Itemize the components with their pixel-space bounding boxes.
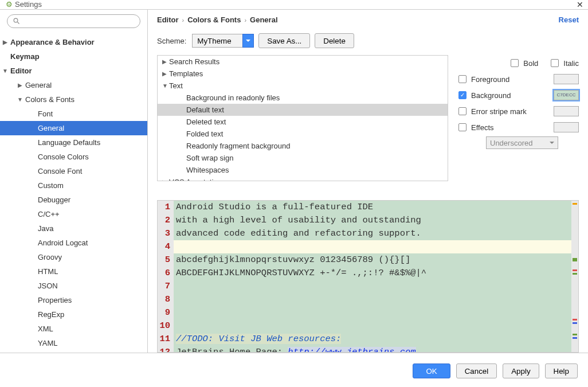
- nav-item-properties[interactable]: Properties: [0, 293, 147, 307]
- error-stripe-label: Error stripe mark: [471, 107, 554, 116]
- chevron-right-icon: ›: [244, 17, 246, 24]
- nav-item-label: Keymap: [10, 52, 40, 61]
- attr-folded-text[interactable]: Folded text: [158, 128, 448, 140]
- window-titlebar: ⚙ Settings ✕: [0, 0, 588, 8]
- save-as-button[interactable]: Save As...: [258, 33, 310, 48]
- settings-icon: ⚙: [6, 0, 13, 9]
- nav-item-language-defaults[interactable]: Language Defaults: [0, 135, 147, 150]
- attr-label: Background in readonly files: [186, 93, 280, 102]
- nav-item-regexp[interactable]: RegExp: [0, 307, 147, 322]
- help-button[interactable]: Help: [545, 363, 578, 378]
- foreground-label: Foreground: [471, 75, 554, 84]
- search-input[interactable]: [7, 14, 140, 28]
- breadcrumb: Editor › Colors & Fonts › General Reset: [148, 10, 588, 30]
- code-line: advanced code editing and refactoring su…: [174, 227, 571, 240]
- nav-item-xml[interactable]: XML: [0, 322, 147, 336]
- background-checkbox[interactable]: [458, 91, 467, 99]
- attr-default-text[interactable]: Default text: [158, 104, 448, 116]
- error-stripe-swatch[interactable]: [554, 106, 579, 116]
- cancel-button[interactable]: Cancel: [456, 363, 497, 378]
- breadcrumb-colors-fonts[interactable]: Colors & Fonts: [187, 15, 241, 24]
- line-number: 5: [158, 253, 170, 267]
- nav-item-debugger[interactable]: Debugger: [0, 193, 147, 207]
- italic-checkbox[interactable]: [551, 59, 559, 67]
- attr-vcs-annotations[interactable]: ▶VCS Annotations: [158, 176, 448, 181]
- reset-link[interactable]: Reset: [559, 15, 579, 24]
- nav-item-label: General: [25, 81, 52, 89]
- nav-item-general[interactable]: ▶General: [0, 78, 147, 92]
- nav-item-editor[interactable]: ▼Editor: [0, 64, 147, 78]
- attr-search-results[interactable]: ▶Search Results: [158, 56, 448, 68]
- attr-templates[interactable]: ▶Templates: [158, 68, 448, 80]
- nav-item-label: Java: [38, 224, 53, 233]
- attr-deleted-text[interactable]: Deleted text: [158, 116, 448, 128]
- attr-readonly-fragment-background[interactable]: Readonly fragment background: [158, 140, 448, 152]
- nav-item-console-font[interactable]: Console Font: [0, 164, 147, 178]
- nav-item-font[interactable]: Font: [0, 107, 147, 121]
- arrow-icon: ▶: [2, 39, 8, 45]
- nav-item-console-colors[interactable]: Console Colors: [0, 150, 147, 164]
- preview-editor: 123456789101112 Android Studio is a full…: [157, 200, 579, 353]
- attr-soft-wrap-sign[interactable]: Soft wrap sign: [158, 152, 448, 164]
- foreground-checkbox[interactable]: [458, 75, 467, 83]
- attr-background-in-readonly-files[interactable]: Background in readonly files: [158, 92, 448, 104]
- attr-text[interactable]: ▼Text: [158, 80, 448, 92]
- effects-swatch[interactable]: [554, 122, 579, 132]
- background-swatch[interactable]: C7DECC: [554, 90, 579, 100]
- arrow-icon: ▼: [17, 96, 23, 103]
- nav-item-label: Language Defaults: [38, 138, 100, 147]
- nav-item-label: Console Colors: [38, 153, 89, 161]
- foreground-swatch[interactable]: [554, 74, 579, 84]
- delete-button[interactable]: Delete: [315, 33, 354, 48]
- close-icon[interactable]: ✕: [577, 0, 583, 9]
- nav-item-html[interactable]: HTML: [0, 264, 147, 279]
- nav-item-diff[interactable]: Diff: [0, 350, 147, 353]
- nav-item-java[interactable]: Java: [0, 221, 147, 236]
- nav-item-colors-fonts[interactable]: ▼Colors & Fonts: [0, 92, 147, 107]
- attr-whitespaces[interactable]: Whitespaces: [158, 164, 448, 176]
- effects-label: Effects: [471, 123, 554, 132]
- nav-item-label: RegExp: [38, 310, 64, 319]
- scheme-select[interactable]: [192, 34, 254, 48]
- nav-item-appearance-behavior[interactable]: ▶Appearance & Behavior: [0, 35, 147, 49]
- code-line: [174, 293, 571, 306]
- background-label: Background: [471, 91, 554, 100]
- settings-content: Editor › Colors & Fonts › General Reset …: [148, 10, 588, 353]
- nav-item-label: XML: [38, 325, 53, 333]
- bold-checkbox[interactable]: [511, 59, 519, 67]
- chevron-down-icon[interactable]: [242, 34, 254, 48]
- nav-item-android-logcat[interactable]: Android Logcat: [0, 236, 147, 250]
- line-number: 11: [158, 333, 170, 346]
- nav-item-groovy[interactable]: Groovy: [0, 250, 147, 264]
- code-area[interactable]: Android Studio is a full-featured IDEwit…: [174, 201, 571, 352]
- arrow-icon: ▶: [162, 58, 169, 65]
- apply-button[interactable]: Apply: [503, 363, 539, 378]
- code-line: JetBrains Home Page: http://www.jetbrain…: [174, 346, 571, 353]
- code-line: ABCDEFGHIJKLMNOPQRSTUVWXYZ +-*/= .,;:!? …: [174, 267, 571, 280]
- ok-button[interactable]: OK: [413, 363, 450, 378]
- attr-label: Text: [169, 81, 183, 90]
- effects-checkbox[interactable]: [458, 123, 467, 131]
- line-number: 12: [158, 346, 170, 353]
- dialog-buttons: OK Cancel Apply Help: [0, 355, 588, 387]
- nav-item-json[interactable]: JSON: [0, 279, 147, 293]
- attr-label: Whitespaces: [186, 166, 229, 174]
- nav-item-custom[interactable]: Custom: [0, 178, 147, 193]
- breadcrumb-general: General: [250, 15, 277, 24]
- code-line: abcdefghijklmnopqrstuvwxyz 0123456789 ()…: [174, 253, 571, 267]
- nav-item-keymap[interactable]: Keymap: [0, 49, 147, 64]
- breadcrumb-editor[interactable]: Editor: [157, 15, 179, 24]
- scheme-value[interactable]: [192, 34, 242, 48]
- nav-item-c-c-[interactable]: C/C++: [0, 207, 147, 221]
- attr-label: Templates: [169, 69, 203, 78]
- nav-item-label: Colors & Fonts: [25, 95, 75, 104]
- attr-label: Soft wrap sign: [186, 154, 233, 162]
- nav-item-yaml[interactable]: YAML: [0, 336, 147, 350]
- error-stripe: [571, 201, 578, 352]
- window-title: Settings: [15, 0, 42, 9]
- nav-item-label: Properties: [38, 296, 72, 304]
- error-stripe-checkbox[interactable]: [458, 107, 467, 115]
- line-number: 1: [158, 201, 170, 214]
- nav-item-general[interactable]: General: [0, 121, 147, 135]
- nav-item-label: C/C++: [38, 210, 60, 218]
